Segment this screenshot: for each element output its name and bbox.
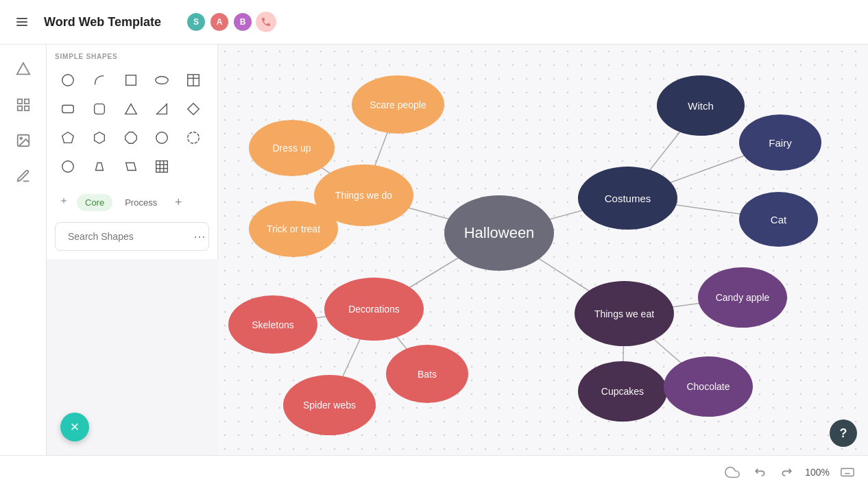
svg-rect-17 — [94, 104, 104, 114]
svg-rect-5 — [24, 99, 28, 103]
avatar-s: S — [186, 12, 206, 32]
node-dress-up[interactable]: Dress up — [249, 120, 335, 176]
shape-pentagon[interactable] — [55, 125, 81, 151]
redo-icon[interactable] — [777, 463, 797, 482]
node-things-we-eat[interactable]: Things we eat — [575, 281, 674, 346]
node-cat[interactable]: Cat — [739, 192, 818, 247]
shape-octagon[interactable] — [118, 125, 144, 151]
avatar-b: B — [232, 12, 253, 32]
node-bats[interactable]: Bats — [386, 345, 468, 403]
shape-right-triangle[interactable] — [149, 96, 175, 122]
svg-point-25 — [188, 132, 200, 144]
avatar-a: A — [209, 12, 230, 32]
sidebar-shapes-icon[interactable] — [10, 56, 37, 83]
shape-parallelogram[interactable] — [118, 154, 144, 180]
sidebar-draw-icon[interactable] — [10, 162, 37, 190]
svg-point-12 — [156, 77, 168, 84]
node-trick-or-treat[interactable]: Trick or treat — [249, 201, 338, 257]
sidebar-image-icon[interactable] — [10, 127, 37, 154]
svg-marker-28 — [125, 163, 136, 171]
node-costumes[interactable]: Costumes — [578, 167, 677, 230]
node-spider-webs[interactable]: Spider webs — [283, 375, 376, 435]
svg-rect-29 — [156, 161, 168, 173]
tab-add-button[interactable]: + — [169, 193, 187, 211]
svg-marker-23 — [125, 132, 136, 144]
keyboard-icon[interactable] — [838, 463, 857, 482]
menu-button[interactable] — [11, 11, 33, 33]
svg-marker-3 — [16, 63, 29, 75]
shape-ellipse[interactable] — [149, 67, 175, 93]
header: Word Web Template S A B — [0, 0, 868, 45]
shape-trapezoid[interactable] — [86, 154, 112, 180]
node-scare-people[interactable]: Scare people — [352, 75, 444, 134]
undo-icon[interactable] — [750, 463, 769, 482]
shape-empty — [180, 154, 206, 180]
node-skeletons[interactable]: Skeletons — [228, 295, 317, 354]
search-input[interactable] — [68, 231, 188, 242]
shape-circle3[interactable] — [55, 154, 81, 180]
help-button[interactable]: ? — [830, 419, 857, 447]
node-cupcakes[interactable]: Cupcakes — [578, 361, 667, 422]
zoom-level: 100% — [805, 467, 830, 478]
svg-marker-19 — [157, 104, 167, 114]
shape-hexagon[interactable] — [86, 125, 112, 151]
node-chocolate[interactable]: Chocolate — [664, 356, 753, 417]
node-halloween[interactable]: Halloween — [444, 195, 554, 271]
panel-section-label: SIMPLE SHAPES — [55, 53, 209, 60]
sidebar-grid-icon[interactable] — [10, 91, 37, 119]
svg-rect-6 — [17, 106, 21, 110]
shape-rect-rounded[interactable] — [55, 96, 81, 122]
node-decorations[interactable]: Decorations — [324, 278, 424, 341]
tab-process[interactable]: Process — [117, 194, 165, 211]
spark-icon[interactable] — [55, 193, 73, 211]
svg-marker-21 — [62, 132, 74, 143]
call-button[interactable] — [256, 12, 276, 32]
svg-point-26 — [62, 161, 74, 173]
shape-arc[interactable] — [86, 67, 112, 93]
node-fairy[interactable]: Fairy — [739, 114, 821, 171]
fab-button[interactable]: × — [60, 413, 89, 441]
shape-rounded-sq[interactable] — [86, 96, 112, 122]
node-witch[interactable]: Witch — [657, 75, 745, 136]
shape-triangle[interactable] — [118, 96, 144, 122]
svg-point-9 — [20, 137, 22, 139]
shape-diamond[interactable] — [180, 96, 206, 122]
collaborators: S A B — [186, 12, 276, 32]
shape-table[interactable] — [180, 67, 206, 93]
page-title: Word Web Template — [44, 15, 161, 29]
tab-core[interactable]: Core — [77, 194, 112, 211]
svg-point-24 — [156, 132, 168, 144]
svg-rect-16 — [62, 106, 74, 113]
canvas[interactable]: HalloweenThings we doScare peopleDress u… — [218, 45, 868, 488]
svg-marker-18 — [125, 104, 136, 114]
svg-rect-4 — [17, 99, 21, 103]
search-row: ⋯ — [55, 222, 209, 251]
cloud-icon[interactable] — [723, 463, 742, 482]
canvas-inner: HalloweenThings we doScare peopleDress u… — [218, 45, 868, 488]
shape-circle2[interactable] — [149, 125, 175, 151]
search-more-button[interactable]: ⋯ — [193, 228, 206, 245]
shape-decagon[interactable] — [180, 125, 206, 151]
shape-grid2[interactable] — [149, 154, 175, 180]
svg-rect-7 — [24, 106, 28, 110]
svg-rect-52 — [841, 468, 854, 476]
node-candy-apple[interactable]: Candy apple — [698, 267, 787, 328]
svg-marker-27 — [95, 163, 103, 171]
svg-marker-22 — [94, 132, 104, 144]
shapes-panel: SIMPLE SHAPES Core Process + — [47, 45, 218, 259]
shape-square[interactable] — [118, 67, 144, 93]
left-sidebar — [0, 45, 47, 488]
shapes-grid — [55, 67, 209, 180]
svg-marker-20 — [188, 103, 200, 115]
shape-circle[interactable] — [55, 67, 81, 93]
bottom-bar: 100% — [0, 455, 868, 488]
svg-point-10 — [62, 75, 74, 86]
tabs-row: Core Process + — [55, 193, 209, 211]
svg-rect-11 — [125, 75, 136, 86]
